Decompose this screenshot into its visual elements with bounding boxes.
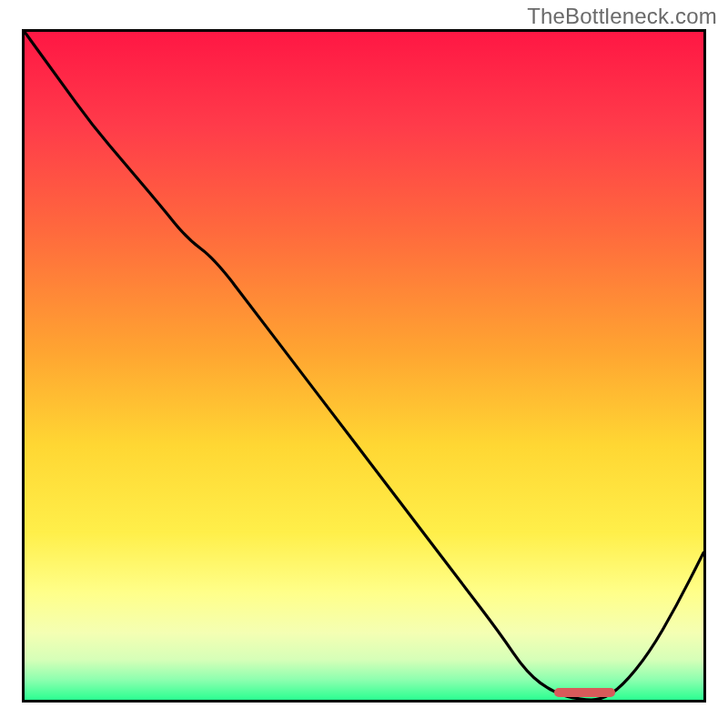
watermark-text: TheBottleneck.com	[527, 4, 717, 29]
bottleneck-curve	[25, 32, 703, 700]
optimal-range-marker	[554, 688, 615, 697]
chart-frame	[22, 29, 706, 703]
chart-stage: TheBottleneck.com	[0, 0, 728, 728]
